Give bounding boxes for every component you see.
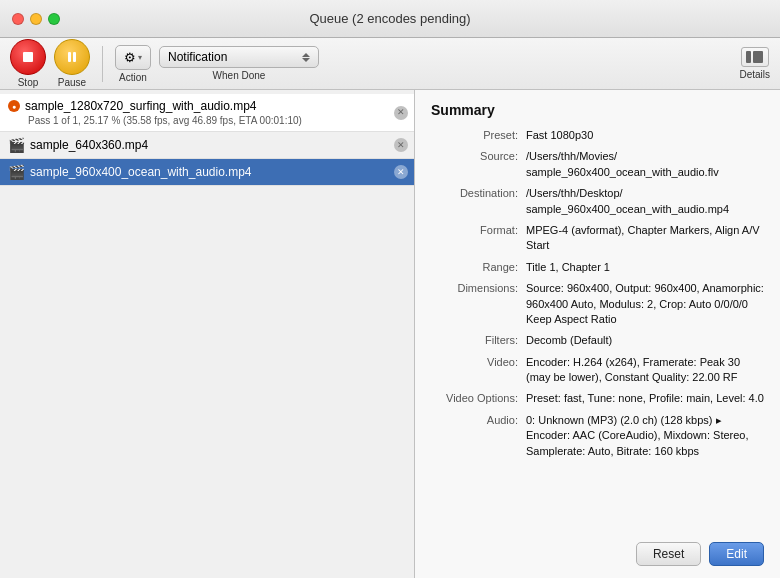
summary-table: Preset:Fast 1080p30Source:/Users/thh/Mov… [431, 128, 764, 459]
right-wrapper: Summary Preset:Fast 1080p30Source:/Users… [415, 90, 780, 578]
window-title: Queue (2 encodes pending) [309, 11, 470, 26]
summary-row-2: Destination:/Users/thh/Desktop/ sample_9… [431, 186, 764, 217]
bottom-bar: Reset Edit [636, 542, 764, 566]
queue-item-1-header: ● sample_1280x720_surfing_with_audio.mp4 [8, 99, 390, 113]
summary-value-5: Source: 960x400, Output: 960x400, Anamor… [526, 281, 764, 327]
summary-value-1: /Users/thh/Movies/ sample_960x400_ocean_… [526, 149, 764, 180]
film-icon-2: 🎬 [8, 137, 25, 153]
edit-button[interactable]: Edit [709, 542, 764, 566]
reset-button[interactable]: Reset [636, 542, 701, 566]
summary-row-0: Preset:Fast 1080p30 [431, 128, 764, 143]
summary-label-6: Filters: [431, 333, 526, 348]
summary-value-7: Encoder: H.264 (x264), Framerate: Peak 3… [526, 355, 764, 386]
stop-button-group: Stop [10, 39, 46, 88]
select-arrows [302, 53, 310, 62]
when-done-label: When Done [213, 70, 266, 81]
when-done-select[interactable]: Notification [159, 46, 319, 68]
pause-icon [68, 52, 76, 62]
details-button[interactable] [741, 47, 769, 67]
notification-value: Notification [168, 50, 227, 64]
summary-label-7: Video: [431, 355, 526, 386]
queue-item-1-close[interactable]: ✕ [394, 106, 408, 120]
queue-item-3[interactable]: 🎬 sample_960x400_ocean_with_audio.mp4 ✕ [0, 159, 414, 186]
summary-value-6: Decomb (Default) [526, 333, 764, 348]
summary-label-1: Source: [431, 149, 526, 180]
queue-item-2-name: sample_640x360.mp4 [30, 138, 390, 152]
main-content: ● sample_1280x720_surfing_with_audio.mp4… [0, 90, 780, 578]
summary-label-8: Video Options: [431, 391, 526, 406]
details-label: Details [739, 69, 770, 80]
summary-row-8: Video Options:Preset: fast, Tune: none, … [431, 391, 764, 406]
queue-item-3-close[interactable]: ✕ [394, 165, 408, 179]
pause-label: Pause [58, 77, 86, 88]
summary-label-5: Dimensions: [431, 281, 526, 327]
details-col-2 [753, 51, 763, 63]
queue-item-1[interactable]: ● sample_1280x720_surfing_with_audio.mp4… [0, 94, 414, 132]
summary-value-4: Title 1, Chapter 1 [526, 260, 764, 275]
summary-value-8: Preset: fast, Tune: none, Profile: main,… [526, 391, 764, 406]
queue-item-1-name: sample_1280x720_surfing_with_audio.mp4 [25, 99, 390, 113]
action-button-group: ⚙ ▾ Action [115, 45, 151, 83]
encoding-indicator: ● [8, 100, 20, 112]
toolbar-separator-1 [102, 46, 103, 82]
queue-panel: ● sample_1280x720_surfing_with_audio.mp4… [0, 90, 415, 578]
pause-bar-1 [68, 52, 71, 62]
queue-item-1-progress: Pass 1 of 1, 25.17 % (35.58 fps, avg 46.… [8, 115, 390, 126]
action-label: Action [119, 72, 147, 83]
stop-button[interactable] [10, 39, 46, 75]
chevron-up-icon [302, 53, 310, 57]
when-done-group: Notification When Done [159, 46, 319, 81]
summary-row-6: Filters:Decomb (Default) [431, 333, 764, 348]
action-button[interactable]: ⚙ ▾ [115, 45, 151, 70]
gear-icon: ⚙ [124, 50, 136, 65]
details-col-1 [746, 51, 751, 63]
pause-button-group: Pause [54, 39, 90, 88]
pause-bar-2 [73, 52, 76, 62]
summary-label-3: Format: [431, 223, 526, 254]
summary-value-0: Fast 1080p30 [526, 128, 764, 143]
pause-button[interactable] [54, 39, 90, 75]
queue-item-3-name: sample_960x400_ocean_with_audio.mp4 [30, 165, 390, 179]
summary-row-4: Range:Title 1, Chapter 1 [431, 260, 764, 275]
queue-item-3-header: 🎬 sample_960x400_ocean_with_audio.mp4 [8, 164, 390, 180]
summary-title: Summary [431, 102, 764, 118]
summary-row-3: Format:MPEG-4 (avformat), Chapter Marker… [431, 223, 764, 254]
summary-label-0: Preset: [431, 128, 526, 143]
chevron-down-icon [302, 58, 310, 62]
summary-row-5: Dimensions:Source: 960x400, Output: 960x… [431, 281, 764, 327]
traffic-lights [12, 13, 60, 25]
summary-label-4: Range: [431, 260, 526, 275]
close-button[interactable] [12, 13, 24, 25]
film-icon-3: 🎬 [8, 164, 25, 180]
summary-value-2: /Users/thh/Desktop/ sample_960x400_ocean… [526, 186, 764, 217]
details-button-group: Details [739, 47, 770, 80]
summary-row-1: Source:/Users/thh/Movies/ sample_960x400… [431, 149, 764, 180]
summary-label-2: Destination: [431, 186, 526, 217]
action-dropdown-arrow: ▾ [138, 53, 142, 62]
queue-item-2-close[interactable]: ✕ [394, 138, 408, 152]
queue-item-2-header: 🎬 sample_640x360.mp4 [8, 137, 390, 153]
maximize-button[interactable] [48, 13, 60, 25]
encoding-dot: ● [12, 103, 16, 110]
queue-item-2[interactable]: 🎬 sample_640x360.mp4 ✕ [0, 132, 414, 159]
stop-label: Stop [18, 77, 39, 88]
summary-value-3: MPEG-4 (avformat), Chapter Markers, Alig… [526, 223, 764, 254]
minimize-button[interactable] [30, 13, 42, 25]
toolbar: Stop Pause ⚙ ▾ Action Notification When … [0, 38, 780, 90]
summary-value-9: 0: Unknown (MP3) (2.0 ch) (128 kbps) ▸ E… [526, 413, 764, 459]
titlebar: Queue (2 encodes pending) [0, 0, 780, 38]
stop-icon [23, 52, 33, 62]
summary-row-9: Audio:0: Unknown (MP3) (2.0 ch) (128 kbp… [431, 413, 764, 459]
summary-panel: Summary Preset:Fast 1080p30Source:/Users… [415, 90, 780, 578]
summary-label-9: Audio: [431, 413, 526, 459]
summary-row-7: Video:Encoder: H.264 (x264), Framerate: … [431, 355, 764, 386]
